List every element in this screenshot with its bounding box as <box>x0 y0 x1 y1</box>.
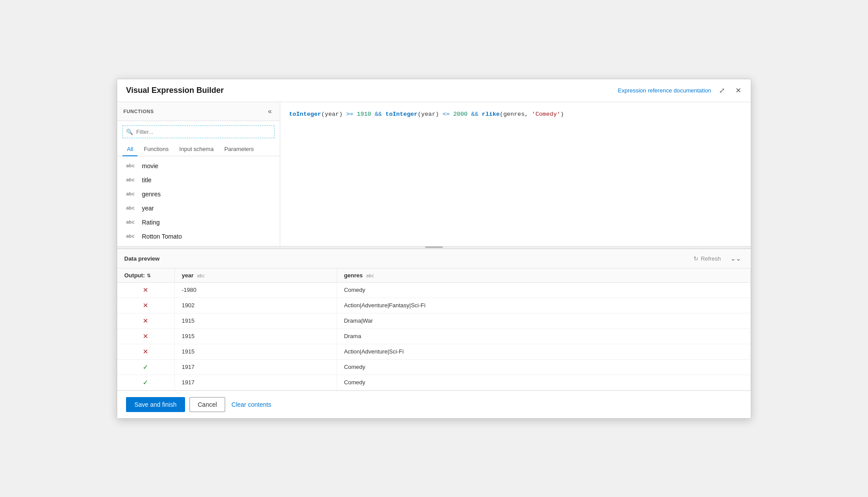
table-row: ✕-1980Comedy <box>117 282 751 298</box>
preview-table: Output: ⇅ year abc genres abc ✕-1980Come… <box>117 269 751 390</box>
title-bar-left: Visual Expression Builder <box>126 86 224 95</box>
schema-type-badge: abc <box>126 205 137 211</box>
panel-header: FUNCTIONS « <box>117 102 280 121</box>
tab-parameters[interactable]: Parameters <box>220 143 258 156</box>
schema-type-badge: abc <box>126 219 137 225</box>
close-button[interactable]: ✕ <box>733 85 744 96</box>
refresh-icon: ↻ <box>694 255 698 262</box>
output-cell: ✕ <box>117 328 174 344</box>
col-header-output: Output: ⇅ <box>117 269 174 283</box>
search-icon: 🔍 <box>126 129 133 135</box>
check-icon: ✓ <box>143 379 148 386</box>
output-cell: ✕ <box>117 313 174 328</box>
genres-cell: Action|Adventure|Sci-Fi <box>337 344 750 359</box>
table-row: ✕1915Action|Adventure|Sci-Fi <box>117 344 751 359</box>
year-cell: 1915 <box>174 328 337 344</box>
output-cell: ✓ <box>117 359 174 375</box>
output-cell: ✕ <box>117 298 174 313</box>
year-cell: 1917 <box>174 375 337 390</box>
data-preview-section: Data preview ↻ Refresh ⌄⌄ Output: ⇅ year… <box>117 249 751 390</box>
refresh-button[interactable]: ↻ Refresh <box>690 254 724 264</box>
cross-icon: ✕ <box>143 332 148 340</box>
schema-item-label: year <box>142 205 154 212</box>
expand-button[interactable]: ⤢ <box>716 85 727 96</box>
preview-table-wrap: Output: ⇅ year abc genres abc ✕-1980Come… <box>117 269 751 390</box>
year-cell: 1915 <box>174 313 337 328</box>
preview-table-body: ✕-1980Comedy✕1902Action|Adventure|Fantas… <box>117 282 751 390</box>
refresh-label: Refresh <box>701 255 721 262</box>
cross-icon: ✕ <box>143 348 148 355</box>
clear-contents-button[interactable]: Clear contents <box>230 398 273 412</box>
cross-icon: ✕ <box>143 302 148 309</box>
title-bar: Visual Expression Builder Expression ref… <box>117 79 751 102</box>
schema-item-rotton-tomato[interactable]: abcRotton Tomato <box>117 229 280 243</box>
schema-item-label: title <box>142 177 152 184</box>
genres-cell: Comedy <box>337 282 750 298</box>
tab-all[interactable]: All <box>122 143 137 156</box>
schema-item-label: movie <box>142 162 158 169</box>
collapse-preview-button[interactable]: ⌄⌄ <box>728 254 744 263</box>
output-cell: ✕ <box>117 344 174 359</box>
visual-expression-builder-dialog: Visual Expression Builder Expression ref… <box>117 79 751 419</box>
title-bar-right: Expression reference documentation ⤢ ✕ <box>618 85 744 96</box>
schema-type-badge: abc <box>126 177 137 183</box>
col-header-year: year abc <box>174 269 337 283</box>
drag-handle <box>425 247 443 248</box>
schema-type-badge: abc <box>126 191 137 197</box>
save-and-finish-button[interactable]: Save and finish <box>126 397 185 412</box>
schema-item-genres[interactable]: abcgenres <box>117 187 280 201</box>
table-row: ✕1915Drama|War <box>117 313 751 328</box>
close-icon: ✕ <box>735 86 741 95</box>
panel-header-title: FUNCTIONS <box>123 109 154 114</box>
tabs: All Functions Input schema Parameters <box>117 143 280 156</box>
doc-link[interactable]: Expression reference documentation <box>618 87 711 94</box>
check-icon: ✓ <box>143 363 148 371</box>
schema-item-movie[interactable]: abcmovie <box>117 159 280 173</box>
schema-type-badge: abc <box>126 233 137 239</box>
expression-editor[interactable]: toInteger(year) >= 1910 && toInteger(yea… <box>280 102 751 246</box>
schema-item-year[interactable]: abcyear <box>117 201 280 215</box>
genres-cell: Comedy <box>337 375 750 390</box>
right-panel: toInteger(year) >= 1910 && toInteger(yea… <box>280 102 751 246</box>
data-preview-controls: ↻ Refresh ⌄⌄ <box>690 254 744 264</box>
main-content: FUNCTIONS « 🔍 All Functions Input schema… <box>117 102 751 246</box>
data-preview-header: Data preview ↻ Refresh ⌄⌄ <box>117 249 751 269</box>
cross-icon: ✕ <box>143 317 148 324</box>
year-cell: -1980 <box>174 282 337 298</box>
schema-item-label: Rotton Tomato <box>142 233 182 240</box>
output-cell: ✓ <box>117 375 174 390</box>
filter-input[interactable] <box>122 125 274 138</box>
table-header: Output: ⇅ year abc genres abc <box>117 269 751 283</box>
schema-item-label: genres <box>142 191 161 198</box>
table-row: ✕1915Drama <box>117 328 751 344</box>
year-cell: 1902 <box>174 298 337 313</box>
genres-cell: Action|Adventure|Fantasy|Sci-Fi <box>337 298 750 313</box>
table-row: ✓1917Comedy <box>117 375 751 390</box>
dialog-title: Visual Expression Builder <box>126 86 224 95</box>
collapse-panel-button[interactable]: « <box>266 107 274 116</box>
genres-cell: Drama <box>337 328 750 344</box>
year-cell: 1915 <box>174 344 337 359</box>
schema-type-badge: abc <box>126 163 137 169</box>
table-row: ✕1902Action|Adventure|Fantasy|Sci-Fi <box>117 298 751 313</box>
schema-item-title[interactable]: abctitle <box>117 173 280 187</box>
footer: Save and finish Cancel Clear contents <box>117 390 751 418</box>
output-cell: ✕ <box>117 282 174 298</box>
data-preview-title: Data preview <box>124 255 160 262</box>
search-box: 🔍 <box>122 125 274 138</box>
tab-input-schema[interactable]: Input schema <box>175 143 218 156</box>
year-cell: 1917 <box>174 359 337 375</box>
expand-icon: ⤢ <box>719 86 725 95</box>
tab-functions[interactable]: Functions <box>139 143 173 156</box>
schema-item-rating[interactable]: abcRating <box>117 215 280 229</box>
left-panel: FUNCTIONS « 🔍 All Functions Input schema… <box>117 102 280 246</box>
cancel-button[interactable]: Cancel <box>189 397 226 412</box>
genres-cell: Drama|War <box>337 313 750 328</box>
col-header-genres: genres abc <box>337 269 750 283</box>
schema-list: abcmovieabctitleabcgenresabcyearabcRatin… <box>117 156 280 246</box>
table-row: ✓1917Comedy <box>117 359 751 375</box>
cross-icon: ✕ <box>143 286 148 294</box>
expression-code: toInteger(year) >= 1910 && toInteger(yea… <box>289 111 564 118</box>
schema-item-label: Rating <box>142 219 160 226</box>
genres-cell: Comedy <box>337 359 750 375</box>
